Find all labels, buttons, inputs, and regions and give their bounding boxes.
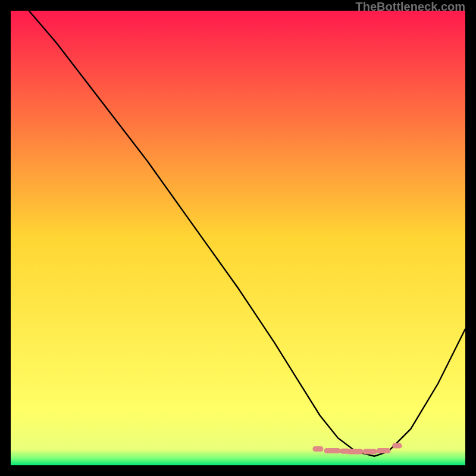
bottleneck-chart — [11, 11, 465, 465]
chart-frame — [11, 11, 465, 465]
watermark-text: TheBottleneck.com — [356, 0, 465, 14]
gradient-background — [11, 11, 465, 465]
